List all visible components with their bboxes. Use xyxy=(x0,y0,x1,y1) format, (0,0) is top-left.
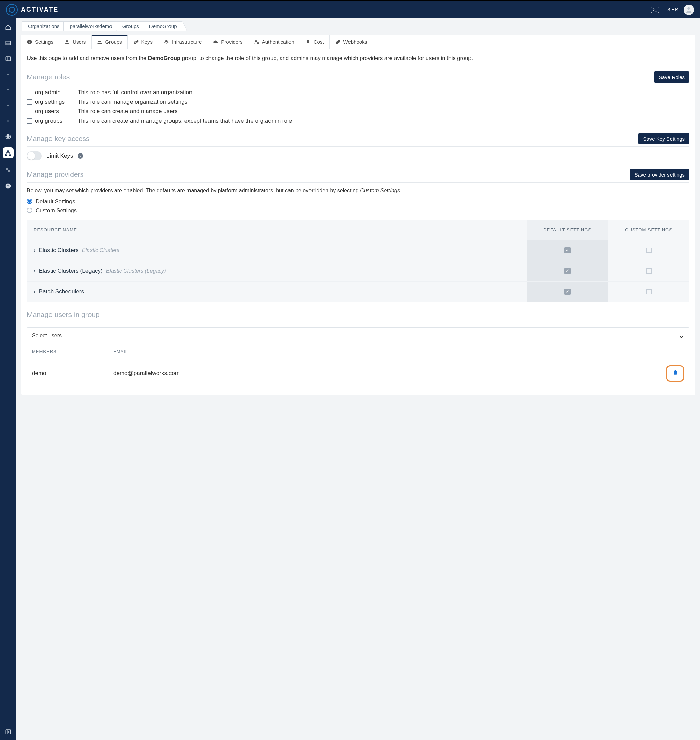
brand-logo-icon xyxy=(6,4,18,16)
inbox-icon[interactable] xyxy=(5,40,12,46)
svg-point-20 xyxy=(257,43,259,44)
brand-name: ACTIVATE xyxy=(21,6,59,13)
save-key-settings-button[interactable]: Save Key Settings xyxy=(638,133,690,144)
checkbox-empty-icon[interactable] xyxy=(646,248,651,253)
crumb-groups[interactable]: Groups xyxy=(116,21,145,31)
sidebar-dot-2[interactable] xyxy=(5,87,12,93)
checkbox-icon[interactable] xyxy=(27,99,32,105)
radio-icon[interactable] xyxy=(27,198,32,204)
svg-rect-21 xyxy=(673,371,677,372)
col-members: MEMBERS xyxy=(32,349,113,354)
tab-label: Infrastructure xyxy=(172,39,202,45)
chevron-right-icon: › xyxy=(34,247,35,254)
avatar[interactable] xyxy=(684,5,694,15)
crumb-org-name[interactable]: parallelworksdemo xyxy=(63,21,118,31)
tab-label: Providers xyxy=(221,39,243,45)
tab-keys[interactable]: Keys xyxy=(128,35,158,49)
roles-list: org:admin This role has full control ove… xyxy=(27,89,690,124)
checkbox-empty-icon[interactable] xyxy=(646,289,651,294)
radio-default-settings[interactable]: Default Settings xyxy=(27,198,690,205)
tab-authentication[interactable]: Authentication xyxy=(249,35,300,49)
member-email: demo@parallelworks.com xyxy=(113,370,644,377)
chevron-down-icon: ⌄ xyxy=(679,332,684,340)
role-org-settings[interactable]: org:settings xyxy=(27,98,78,106)
help-tooltip-icon[interactable]: ? xyxy=(78,153,83,159)
checkbox-icon[interactable] xyxy=(27,90,32,95)
role-org-users[interactable]: org:users xyxy=(27,108,78,115)
help-icon[interactable]: ? xyxy=(5,183,12,189)
col-default: DEFAULT SETTINGS xyxy=(527,220,608,240)
providers-table: RESOURCE NAME DEFAULT SETTINGS CUSTOM SE… xyxy=(27,220,690,302)
svg-rect-6 xyxy=(9,154,11,156)
sidebar-dot-3[interactable] xyxy=(5,102,12,109)
svg-rect-5 xyxy=(6,154,7,156)
manage-keys-title: Manage key access xyxy=(27,135,90,142)
role-desc: This role can manage organization settin… xyxy=(78,98,690,106)
tab-label: Users xyxy=(72,39,86,45)
users-group-icon xyxy=(97,39,102,45)
tab-infrastructure[interactable]: Infrastructure xyxy=(158,35,207,49)
tab-label: Cost xyxy=(313,39,324,45)
link-icon xyxy=(335,39,341,45)
svg-rect-4 xyxy=(7,150,9,152)
provider-expand[interactable]: › Elastic Clusters (Legacy) Elastic Clus… xyxy=(27,261,527,281)
manage-roles-title: Manage roles xyxy=(27,73,70,81)
manage-users-title: Manage users in group xyxy=(27,311,100,319)
org-chart-icon[interactable] xyxy=(3,147,13,158)
checkbox-empty-icon[interactable] xyxy=(646,268,651,274)
panel-icon[interactable] xyxy=(5,55,12,62)
svg-text:?: ? xyxy=(7,184,9,188)
checkbox-icon[interactable] xyxy=(27,109,32,114)
delete-member-button[interactable] xyxy=(672,369,678,377)
tab-groups[interactable]: Groups xyxy=(91,35,128,49)
checkbox-icon[interactable] xyxy=(27,118,32,124)
current-user-label: USER xyxy=(664,7,679,12)
role-org-admin[interactable]: org:admin xyxy=(27,89,78,96)
dollar-icon xyxy=(306,39,311,45)
globe-icon[interactable] xyxy=(5,133,12,140)
provider-expand[interactable]: › Batch Schedulers xyxy=(27,282,527,302)
tab-providers[interactable]: Providers xyxy=(207,35,248,49)
radio-icon[interactable] xyxy=(27,208,32,213)
save-roles-button[interactable]: Save Roles xyxy=(654,72,690,83)
settings-gear-icon[interactable] xyxy=(5,167,12,174)
sidebar-dot-1[interactable] xyxy=(5,71,12,78)
role-org-groups[interactable]: org:groups xyxy=(27,117,78,124)
left-sidebar: ? xyxy=(0,18,16,740)
select-users-dropdown[interactable]: Select users ⌄ xyxy=(27,327,690,344)
tab-label: Webhooks xyxy=(343,39,368,45)
crumb-group-name[interactable]: DemoGroup xyxy=(143,21,183,31)
svg-rect-14 xyxy=(29,41,29,41)
checkbox-checked-icon[interactable]: ✓ xyxy=(565,289,571,295)
brand[interactable]: ACTIVATE xyxy=(6,4,59,16)
collapse-sidebar-icon[interactable] xyxy=(5,728,12,735)
provider-expand[interactable]: › Elastic Clusters Elastic Clusters xyxy=(27,240,527,261)
trash-icon xyxy=(672,369,678,376)
radio-custom-settings[interactable]: Custom Settings xyxy=(27,207,690,214)
svg-point-1 xyxy=(687,7,690,9)
checkbox-checked-icon[interactable]: ✓ xyxy=(565,247,571,254)
svg-point-7 xyxy=(6,169,8,170)
providers-description: Below, you may set which providers are e… xyxy=(27,187,690,195)
save-provider-settings-button[interactable]: Save provider settings xyxy=(630,169,690,180)
tab-label: Keys xyxy=(141,39,153,45)
home-icon[interactable] xyxy=(5,24,12,31)
tab-settings[interactable]: Settings xyxy=(21,35,59,49)
chevron-right-icon: › xyxy=(34,288,35,295)
tab-webhooks[interactable]: Webhooks xyxy=(330,35,373,49)
cloud-icon xyxy=(213,39,218,45)
provider-row: › Elastic Clusters (Legacy) Elastic Clus… xyxy=(27,261,690,281)
sidebar-dot-4[interactable] xyxy=(5,117,12,124)
col-email: EMAIL xyxy=(113,349,644,354)
user-icon xyxy=(65,39,70,45)
checkbox-checked-icon[interactable]: ✓ xyxy=(565,268,571,274)
svg-rect-2 xyxy=(6,57,10,61)
limit-keys-toggle[interactable] xyxy=(27,151,42,160)
tab-cost[interactable]: Cost xyxy=(300,35,330,49)
terminal-icon[interactable] xyxy=(651,7,659,13)
crumb-organizations[interactable]: Organizations xyxy=(22,21,65,31)
svg-point-17 xyxy=(100,41,101,42)
svg-point-18 xyxy=(134,42,135,43)
tab-users[interactable]: Users xyxy=(59,35,91,49)
tab-label: Groups xyxy=(105,39,122,45)
